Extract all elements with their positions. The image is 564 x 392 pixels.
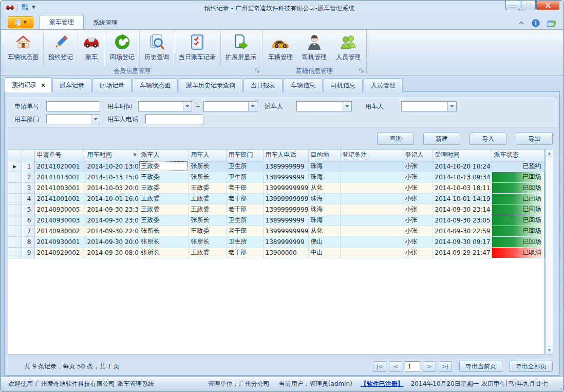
cell-accept_time[interactable]: 2014-09-29 21:47 (433, 247, 492, 258)
export-button[interactable]: 导出 (516, 133, 553, 145)
table-row[interactable]: 9201409290022014-09-30 08:00张所长王政委老干部139… (8, 247, 544, 258)
cell-registrar[interactable]: 小张 (403, 193, 433, 204)
column-header-accept_time[interactable]: 受理时间 (433, 150, 492, 161)
cell-dispatcher[interactable]: 王政委 (139, 215, 189, 226)
query-button[interactable]: 查询 (377, 133, 414, 145)
table-row[interactable]: 2201410130012014-10-13 15:00王政委张所长卫生所138… (8, 172, 544, 182)
cell-user[interactable]: 张所长 (189, 215, 226, 226)
cell-remark[interactable] (340, 204, 403, 215)
cell-use_time[interactable]: 2014-09-30 20:00 (85, 236, 139, 247)
cell-department[interactable]: 卫生所 (226, 215, 263, 226)
cell-user[interactable]: 张所长 (189, 236, 226, 247)
request-no-input[interactable] (46, 101, 100, 111)
cell-remark[interactable] (340, 236, 403, 247)
cell-request_no[interactable]: 20140929002 (34, 247, 85, 258)
cell-status[interactable]: 已回场 (492, 215, 544, 226)
cell-status[interactable]: 已回场 (492, 182, 544, 193)
vehicle-status-button[interactable]: 车辆状态图 (3, 31, 43, 66)
return-register-button[interactable]: 回场登记 (105, 31, 139, 66)
driver-manage-button[interactable]: 司机管理 (297, 31, 331, 66)
collapse-ribbon-icon[interactable] (518, 21, 524, 25)
grid-scrollbar[interactable]: ▲ ▼ (546, 149, 553, 354)
cell-phone[interactable]: 13999999999 (263, 193, 308, 204)
resize-grip[interactable] (560, 388, 561, 389)
registered-link[interactable]: 【软件已注册】 (361, 380, 404, 388)
user-combobox[interactable] (401, 101, 457, 111)
pager-next-button[interactable]: > (423, 361, 436, 372)
cell-remark[interactable] (340, 193, 403, 204)
column-header-use_time[interactable]: 用车时间▼ (85, 150, 139, 161)
export-current-page-button[interactable]: 导出当前页 (459, 361, 502, 372)
cell-department[interactable]: 老干部 (226, 204, 263, 215)
cell-dispatcher[interactable]: 王政委 (139, 182, 189, 193)
column-header-department[interactable]: 用车部门 (226, 150, 263, 161)
cell-use_time[interactable]: 2014-10-20 13:00 (85, 161, 139, 172)
cell-accept_time[interactable]: 2014-10-03 18:11 (433, 182, 492, 193)
cell-user[interactable]: 张所长 (189, 172, 226, 182)
cell-destination[interactable]: 从化 (308, 226, 340, 236)
cell-use_time[interactable]: 2014-10-01 16:00 (85, 193, 139, 204)
cell-accept_time[interactable]: 2014-09-30 22:59 (433, 226, 492, 236)
cell-registrar[interactable]: 小张 (403, 172, 433, 182)
table-row[interactable]: 5201409300052014-09-30 23:30王政委王政委老干部139… (8, 204, 544, 215)
cell-department[interactable]: 卫生所 (226, 161, 263, 172)
cell-dispatcher[interactable]: 王政委 (139, 161, 189, 172)
cell-remark[interactable] (340, 226, 403, 236)
cell-remark[interactable] (340, 182, 403, 193)
minimize-button[interactable] (505, 1, 520, 10)
cell-accept_time[interactable]: 2014-10-20 10:24 (433, 161, 492, 172)
dispatcher-combobox[interactable] (296, 101, 352, 111)
cell-user[interactable]: 王政委 (189, 182, 226, 193)
page-number-input[interactable] (405, 361, 420, 372)
ribbon-tab-system-manage[interactable]: 系统管理 (84, 16, 127, 29)
cell-destination[interactable]: 中山 (308, 247, 340, 258)
cell-dispatcher[interactable]: 张所长 (139, 247, 189, 258)
export-all-pages-button[interactable]: 导出全部页 (510, 361, 553, 372)
cell-phone[interactable]: 13999999999 (263, 226, 308, 236)
cell-destination[interactable]: 珠海 (308, 204, 340, 215)
cell-user[interactable]: 王政委 (189, 247, 226, 258)
column-header-user[interactable]: 用车人 (189, 150, 226, 161)
tab-driver-info[interactable]: 司机信息 (324, 78, 363, 92)
cell-status[interactable]: 已预约 (492, 161, 544, 172)
extend-screen-button[interactable]: 扩展屏显示 (220, 31, 261, 66)
vehicle-manage-button[interactable]: 车辆管理 (264, 31, 297, 66)
cell-destination[interactable]: 珠海 (308, 193, 340, 204)
cell-phone[interactable]: 13900000 (263, 247, 308, 258)
cell-phone[interactable]: 1389999999 (263, 236, 308, 247)
cell-department[interactable]: 老干部 (226, 247, 263, 258)
cell-phone[interactable]: 13999999999 (263, 182, 308, 193)
cell-registrar[interactable]: 小张 (403, 247, 433, 258)
cell-dispatcher[interactable]: 张所长 (139, 226, 189, 236)
cell-registrar[interactable]: 小张 (403, 204, 433, 215)
cell-phone[interactable]: 1389999999 (263, 215, 308, 226)
column-header-dispatcher[interactable]: 派车人 (139, 150, 189, 161)
cell-use_time[interactable]: 2014-09-30 23:30 (85, 204, 139, 215)
table-row[interactable]: 3201410030012014-10-03 20:00王政委王政委老干部139… (8, 182, 544, 193)
cell-request_no[interactable]: 20140930005 (34, 204, 85, 215)
combo-arrow-icon[interactable] (447, 102, 456, 111)
tab-dispatch-history-query[interactable]: 派车历史记录查询 (179, 78, 242, 92)
cell-registrar[interactable]: 小张 (403, 215, 433, 226)
dialog-launcher-icon[interactable] (359, 68, 365, 74)
cell-dispatcher[interactable]: 王政委 (139, 204, 189, 215)
cell-registrar[interactable]: 小张 (403, 236, 433, 247)
cell-user[interactable]: 王政委 (189, 193, 226, 204)
table-row[interactable]: 7201409300022014-09-30 22:00张所长王政委老干部139… (8, 226, 544, 236)
cell-use_time[interactable]: 2014-09-30 08:00 (85, 247, 139, 258)
theme-icon[interactable] (547, 20, 556, 27)
cell-department[interactable]: 卫生所 (226, 236, 263, 247)
cell-accept_time[interactable]: 2014-09-30 09:17 (433, 236, 492, 247)
new-button[interactable]: 新建 (423, 133, 460, 145)
cell-user[interactable]: 王政委 (189, 226, 226, 236)
cell-status[interactable]: 已回场 (492, 204, 544, 215)
combo-arrow-icon[interactable] (183, 102, 192, 111)
tab-person-manage[interactable]: 人员管理 (364, 78, 403, 92)
cell-registrar[interactable]: 小张 (403, 226, 433, 236)
cell-department[interactable]: 老干部 (226, 193, 263, 204)
cell-destination[interactable]: 珠海 (308, 172, 340, 182)
column-header-status[interactable]: 派车状态 (492, 150, 544, 161)
department-combobox[interactable] (46, 114, 100, 124)
cell-dispatcher[interactable]: 王政委 (139, 193, 189, 204)
close-button[interactable] (536, 1, 559, 10)
